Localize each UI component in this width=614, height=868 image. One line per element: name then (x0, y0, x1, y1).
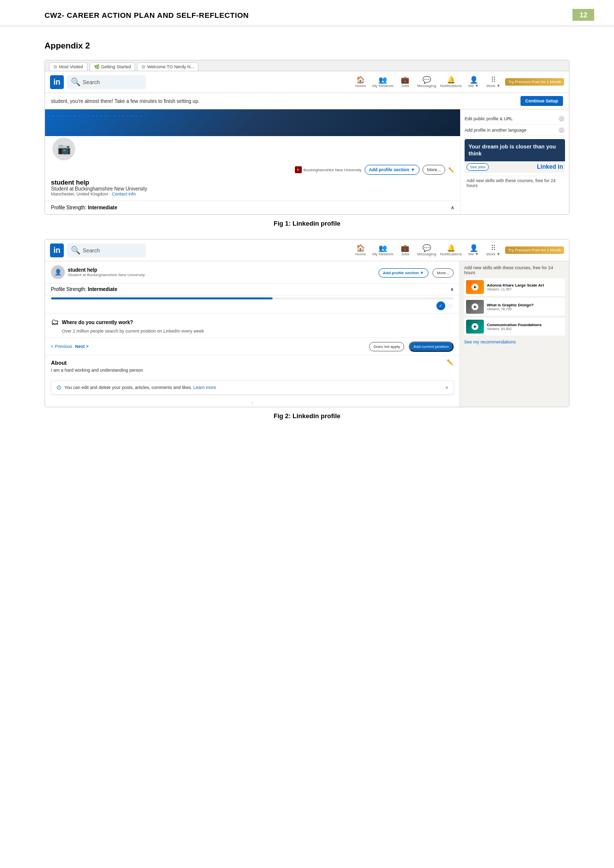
fig2-user-info: 👤 student help Student at Buckinghamshir… (51, 265, 145, 279)
fig2-left: 👤 student help Student at Buckinghamshir… (45, 261, 460, 407)
course-card-3[interactable]: ▶ Communication Foundations Viewers: 83,… (464, 318, 565, 336)
notifications-icon: 🔔 (447, 76, 455, 84)
strength-bar-fill (51, 297, 273, 299)
browser-tab-1[interactable]: ⊙ Most Visited (49, 62, 88, 71)
messaging-icon: 💬 (423, 76, 431, 84)
fig2-nav-notifications[interactable]: 🔔 Notifications (440, 244, 462, 256)
course-title-2: What is Graphic Design? (487, 303, 563, 308)
course-viewers-1: Viewers: 11,957 (487, 288, 563, 291)
see-jobs-button[interactable]: See jobs (467, 163, 489, 171)
nav-home[interactable]: 🏠 Home (353, 76, 369, 88)
page-number: 12 (572, 9, 594, 21)
browser-tab-2[interactable]: 🌿 Getting Started (90, 62, 136, 71)
nav-messaging[interactable]: 💬 Messaging (417, 76, 436, 88)
course-title-3: Communication Foundations (487, 323, 563, 328)
play-icon-2: ▶ (472, 303, 478, 310)
skills-notice: Add new skills with these courses, free … (465, 176, 565, 190)
edit-profile-url-row[interactable]: Edit public profile & URL ⓘ (465, 113, 565, 125)
work-prompt-title: Where do you currently work? (62, 320, 133, 325)
fig2-profile-strength: Profile Strength: Intermediate ∧ (45, 284, 460, 295)
course-thumb-3: ▶ (466, 320, 484, 334)
course-viewers-3: Viewers: 83,892 (487, 327, 563, 331)
fig2-nav-messaging[interactable]: 💬 Messaging (417, 244, 436, 256)
fig1-profile-left: 📷 B Buckinghamshire New University Add p… (45, 109, 460, 214)
fig2-search-bar[interactable]: 🔍 Search (67, 243, 146, 257)
jobs-icon: 💼 (401, 76, 409, 84)
premium-button[interactable]: Try Premium Free for 1 Month (505, 78, 564, 86)
nav-me[interactable]: 👤 Me ▼ (466, 76, 481, 88)
more-button[interactable]: More... (423, 165, 445, 175)
browser-tab-3[interactable]: ⊙ Welcome TO Nerdy N... (137, 62, 198, 71)
see-recommendations-link[interactable]: See my recommendations (464, 338, 565, 346)
fig2-nav-me[interactable]: 👤 Me ▼ (466, 244, 481, 256)
course-card-2[interactable]: ▶ What is Graphic Design? Viewers: 78,78… (464, 298, 565, 316)
profile-photo-area: 📷 (45, 136, 460, 162)
nav-network[interactable]: 👥 My Network (373, 76, 393, 88)
fig2-messaging-icon: 💬 (423, 244, 431, 252)
fig1-caption: Fig 1: Linkedin profile (45, 220, 569, 227)
does-not-apply-button[interactable]: Does not apply (369, 342, 404, 351)
edit-icon[interactable]: ✏️ (448, 167, 454, 173)
continue-setup-button[interactable]: Continue Setup (520, 96, 564, 106)
toast-notification: ⊙ You can edit and delete your posts, ar… (51, 381, 454, 394)
tab-icon-3: ⊙ (142, 64, 145, 69)
scroll-indicator: | (45, 398, 460, 407)
search-bar[interactable]: 🔍 Search (67, 75, 146, 89)
add-language-row[interactable]: Add profile in another language ⓘ (465, 125, 565, 136)
add-position-button[interactable]: Add current position (409, 341, 454, 352)
course-viewers-2: Viewers: 78,785 (487, 307, 563, 311)
fig2-me-icon: 👤 (470, 244, 478, 252)
previous-button[interactable]: < Previous (51, 344, 72, 349)
fig2-linkedin-logo: in (50, 243, 64, 257)
nav-jobs[interactable]: 💼 Jobs (397, 76, 413, 88)
learn-more-link[interactable]: Learn more (193, 385, 216, 390)
profile-name: student help (51, 179, 454, 186)
profile-headline: Student at Buckinghamshire New Universit… (51, 186, 454, 192)
uni-name: Buckinghamshire New University (304, 168, 362, 172)
work-prompt-section: 🗂 Where do you currently work? Over 2 mi… (45, 314, 460, 338)
play-icon-3: ▶ (472, 323, 478, 330)
next-button[interactable]: Next > (75, 344, 89, 349)
fig2-user-name: student help (68, 267, 145, 273)
prev-next-nav: < Previous Next > (51, 344, 89, 349)
check-icon: ✓ (436, 301, 445, 310)
contact-info-link[interactable]: Contact info (112, 192, 136, 196)
chevron-down-icon-2: ▼ (420, 271, 424, 275)
info-icon-2: ⓘ (558, 127, 565, 134)
search-text: Search (83, 79, 100, 85)
work-prompt-header: 🗂 Where do you currently work? (51, 318, 454, 327)
work-action-buttons: Does not apply Add current position (369, 341, 454, 352)
fig2-main: 👤 student help Student at Buckinghamshir… (45, 261, 569, 407)
fig2-jobs-icon: 💼 (401, 244, 409, 252)
fig2-strength-label: Profile Strength: Intermediate (51, 287, 117, 292)
fig2-add-profile-section-button[interactable]: Add profile section ▼ (378, 268, 428, 278)
fig2-user-school: Student at Buckinghamshire New Universit… (68, 273, 145, 277)
fig2-nav-home[interactable]: 🏠 Home (353, 244, 369, 256)
fig2-nav-work[interactable]: ⠿ Work ▼ (485, 244, 501, 256)
browser-tab-bar: ⊙ Most Visited 🌿 Getting Started ⊙ Welco… (45, 60, 569, 71)
ad-footer: See jobs Linked in (465, 161, 565, 173)
about-edit-icon[interactable]: ✏️ (447, 359, 454, 366)
add-profile-section-button[interactable]: Add profile section ▼ (365, 165, 420, 175)
work-prompt-subtitle: Over 2 million people search by current … (62, 329, 454, 334)
nav-notifications[interactable]: 🔔 Notifications (440, 76, 462, 88)
fig2-nav-jobs[interactable]: 💼 Jobs (397, 244, 413, 256)
toast-close-button[interactable]: × (445, 385, 448, 390)
strength-bar-track (51, 297, 454, 299)
course-card-1[interactable]: ▶ Adonna Khare Large Scale Art Viewers: … (464, 278, 565, 296)
fig2-strength-value: Intermediate (88, 287, 117, 292)
fig2-nav-network[interactable]: 👥 My Network (373, 244, 393, 256)
strength-bar-area: ✓ ☆ (45, 295, 460, 314)
setup-bar: student, you're almost there! Take a few… (45, 93, 569, 109)
course-title-1: Adonna Khare Large Scale Art (487, 283, 563, 288)
fig2-more-button[interactable]: More... (432, 268, 454, 278)
toast-icon: ⊙ (56, 384, 61, 391)
search-icon: 🔍 (71, 77, 81, 87)
course-info-3: Communication Foundations Viewers: 83,89… (487, 323, 563, 331)
star-icon: ☆ (447, 302, 454, 310)
profile-strength: Profile Strength: Intermediate ∧ (45, 200, 460, 214)
work-prompt-actions: < Previous Next > Does not apply Add cur… (45, 338, 460, 355)
nav-work[interactable]: ⠿ Work ▼ (485, 76, 501, 88)
fig2-caption: Fig 2: Linkedin profile (45, 412, 569, 420)
fig2-premium-button[interactable]: Try Premium Free for 1 Month (505, 246, 564, 254)
